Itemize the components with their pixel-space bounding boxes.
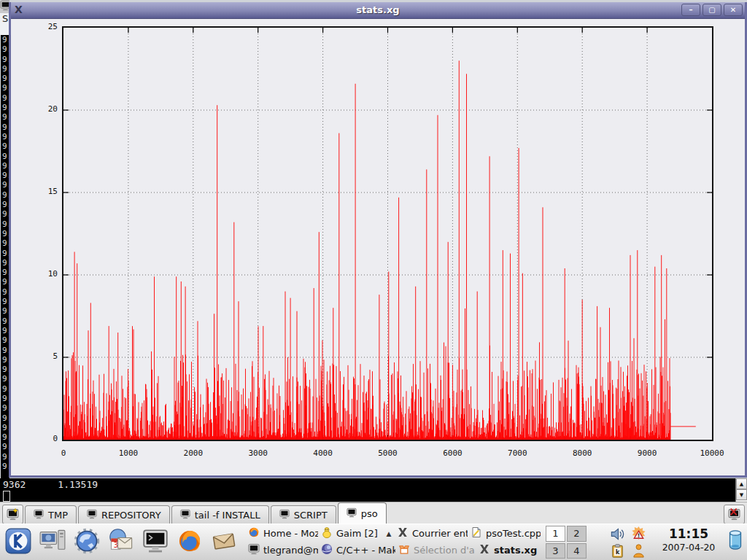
y-axis-tick-label: 0 (11, 434, 58, 443)
tab-tmp[interactable]: TMP (25, 505, 77, 524)
system-tray: !k (607, 526, 649, 559)
xapp-icon (479, 543, 490, 557)
x-axis-tick-label: 2000 (168, 448, 219, 458)
tab-terminal-icon (279, 509, 290, 521)
task-label: C/C++ - Make (336, 545, 395, 556)
firefox-icon (248, 526, 260, 540)
task-label: Gaim [2] (336, 528, 378, 539)
clock-applet[interactable]: 11:15 2007-04-20 (652, 526, 725, 553)
menu-session-label[interactable]: S (2, 13, 8, 24)
task-label: tlegrand@ma (263, 545, 318, 556)
scroll-down-icon[interactable]: ▼ (736, 489, 747, 500)
klipper-icon[interactable]: k (607, 542, 628, 559)
task-courrier-entra[interactable]: Courrier entra (395, 526, 469, 542)
y-axis-tick-label: 15 (11, 187, 58, 196)
task-gaim-2-[interactable]: Gaim [2] (320, 526, 382, 542)
system-icon (39, 528, 66, 556)
tab-terminal-icon (87, 509, 97, 521)
value-x: 9362 (3, 479, 26, 490)
plot-box (62, 26, 713, 441)
eclipse-icon (321, 543, 333, 557)
konqueror-icon (74, 528, 100, 556)
x-axis-tick-label: 6000 (427, 448, 478, 458)
xgraph-window: X stats.xg –▢✕ 0510152025010002000300040… (9, 2, 747, 478)
tab-terminal-icon (180, 509, 190, 521)
tab-label: SCRIPT (294, 510, 328, 521)
value-y: 1.13519 (58, 479, 98, 490)
kate-icon (471, 526, 482, 540)
desktop-pager: 1234 (546, 526, 587, 559)
kontact-launcher[interactable]: 3 (107, 527, 136, 556)
window-title: stats.xg (11, 4, 745, 15)
volume-icon[interactable] (607, 526, 628, 542)
close-button[interactable]: ✕ (724, 4, 743, 16)
kontact-icon: 3 (108, 528, 134, 556)
warning-icon[interactable]: ! (628, 526, 649, 542)
y-axis-tick-label: 25 (11, 22, 58, 31)
konsole-launcher[interactable] (141, 527, 170, 556)
tab-label: TMP (48, 510, 68, 521)
y-axis-tick-label: 5 (11, 351, 58, 361)
firefox-launcher[interactable] (175, 527, 204, 556)
new-session-button[interactable] (2, 505, 23, 524)
pager-desktop-2[interactable]: 2 (567, 526, 587, 542)
taskbar-panel: 3 Home - MozillGaim [2]▲Courrier entraps… (0, 524, 747, 560)
x-axis-tick-label: 7000 (492, 448, 543, 458)
task-home-mozill[interactable]: Home - Mozill (247, 526, 320, 542)
task-label: stats.xg (494, 545, 537, 556)
task-label: Home - Mozill (263, 528, 318, 539)
close-session-button[interactable] (724, 505, 745, 524)
task-c-c-make[interactable]: C/C++ - Make (320, 542, 397, 559)
konsole-tab-bar: TMPREPOSITORYtail -f INSTALLSCRIPTpso (0, 502, 747, 524)
task-label: Sélection d'a (414, 545, 475, 556)
svg-text:k: k (616, 548, 620, 556)
y-axis-tick-label: 20 (11, 104, 58, 114)
xgraph-titlebar[interactable]: X stats.xg –▢✕ (11, 2, 745, 19)
taskbar-scroll-up-icon[interactable]: ▲ (382, 530, 395, 537)
x-axis-tick-label: 3000 (233, 448, 284, 458)
maximize-button[interactable]: ▢ (703, 4, 721, 16)
tab-repository[interactable]: REPOSITORY (78, 505, 170, 524)
konsole-icon (142, 528, 169, 556)
task-tlegrand-ma[interactable]: tlegrand@ma (247, 542, 320, 559)
tab-pso[interactable]: pso (338, 502, 387, 524)
x-axis-tick-label: 5000 (363, 448, 414, 458)
tab-label: pso (361, 508, 378, 519)
pager-desktop-4[interactable]: 4 (567, 543, 587, 559)
x-axis-tick-label: 9000 (622, 448, 673, 458)
glass-icon[interactable] (727, 529, 743, 553)
task-label: psoTest.cpp - (486, 528, 541, 539)
scroll-up-icon[interactable]: ▲ (736, 478, 747, 489)
terminal-scrollbar[interactable]: ▲ ▼ (735, 478, 747, 502)
package-icon (398, 543, 410, 557)
y-axis-tick-label: 10 (11, 269, 58, 279)
kmenu-launcher[interactable] (4, 527, 33, 556)
task-stats-xg[interactable]: stats.xg (477, 542, 543, 559)
system-launcher[interactable] (38, 527, 67, 556)
xapp-icon (397, 526, 409, 540)
clock-time: 11:15 (652, 526, 725, 542)
task-s-lection-d-a[interactable]: Sélection d'a (397, 542, 477, 559)
task-psotest-cpp-[interactable]: psoTest.cpp - (469, 526, 542, 542)
terminal-icon (248, 543, 260, 557)
task-row-1: Home - MozillGaim [2]▲Courrier entrapsoT… (247, 525, 546, 542)
tab-script[interactable]: SCRIPT (271, 505, 336, 524)
konqueror-launcher[interactable] (72, 527, 101, 556)
kmail-icon (211, 528, 237, 556)
kmail-launcher[interactable] (209, 527, 239, 556)
x-axis-tick-label: 8000 (557, 448, 608, 458)
terminal-output-line: 93621.13519 (3, 479, 98, 490)
desktop: S 9.9.9.9.9.9.9.9.9.9.9.9.9.9.9.9.9.9.9.… (0, 0, 747, 560)
clock-date: 2007-04-20 (652, 542, 725, 553)
pager-desktop-1[interactable]: 1 (546, 526, 565, 542)
tab-tail-f-install[interactable]: tail -f INSTALL (171, 505, 269, 524)
gaim-icon (321, 526, 333, 540)
konsole-status-area: 93621.13519 ▲ ▼ (0, 478, 747, 502)
user-icon[interactable] (628, 542, 649, 559)
chart-canvas[interactable] (63, 28, 712, 440)
x-axis-tick-label: 1000 (103, 448, 154, 458)
minimize-button[interactable]: – (681, 4, 700, 16)
tab-terminal-icon (34, 509, 44, 521)
pager-desktop-3[interactable]: 3 (546, 543, 565, 559)
tab-label: tail -f INSTALL (195, 510, 260, 521)
